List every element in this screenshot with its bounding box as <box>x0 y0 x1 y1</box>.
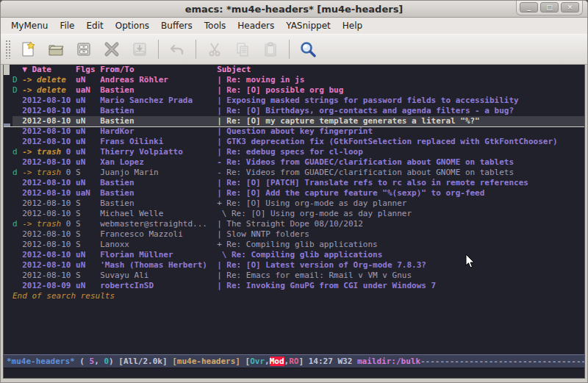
menu-options[interactable]: Options <box>110 19 155 32</box>
from-cell: Bastien <box>100 198 217 209</box>
flags-cell: uN <box>76 147 100 157</box>
flags-cell: S <box>76 240 100 250</box>
copy-icon <box>230 37 255 61</box>
subject-cell: | Re: moving in js <box>217 75 304 85</box>
menu-buffers[interactable]: Buffers <box>155 19 198 32</box>
from-cell: Bastien <box>100 116 217 126</box>
flags-cell: uN <box>76 137 100 147</box>
end-of-results: End of search results <box>12 291 584 301</box>
menu-mymenu[interactable]: MyMenu <box>5 19 54 32</box>
close-button[interactable]: ✕ <box>561 2 579 12</box>
open-folder-icon[interactable] <box>43 37 68 61</box>
subject-cell: | Re: [O] [PATCH] Translate refs to rc a… <box>217 178 528 187</box>
menu-headers[interactable]: Headers <box>232 19 280 32</box>
modeline-segment: ] <box>298 357 308 366</box>
column-date[interactable]: ▼ Date <box>22 65 76 75</box>
date-cell: 2012-08-10 <box>22 250 76 260</box>
from-cell: Andreas Röhler <box>100 75 217 85</box>
subject-cell: | The Straight Dope 08/10/2012 <box>217 219 363 229</box>
modeline-segment: maildir:/bulk <box>357 357 420 366</box>
titlebar[interactable]: emacs: *mu4e-headers* [mu4e-headers] _□✕ <box>1 1 587 18</box>
from-cell: webmaster@straightd... <box>100 219 217 229</box>
flags-cell: uN <box>76 157 100 168</box>
modeline-segment: [ <box>240 357 250 366</box>
flags-cell: S <box>76 198 100 209</box>
date-cell: 2012-08-10 <box>22 106 76 116</box>
from-cell: Lanoxx <box>100 240 217 250</box>
message-row[interactable]: 2012-08-10uN'Mash (Thomas Herbert)| Re: … <box>12 260 584 271</box>
column-flgs[interactable]: Flgs <box>76 65 100 75</box>
menu-edit[interactable]: Edit <box>81 19 110 32</box>
subject-cell: | GTK3 deprecation fix (GtkFontSelection… <box>217 137 558 146</box>
column-from[interactable]: From/To <box>100 65 217 75</box>
toolbar-separator <box>289 40 290 59</box>
message-row[interactable]: 2012-08-10uaNBastien| Re: [O] Add the ca… <box>12 188 584 198</box>
message-row[interactable]: 2012-08-10uNFrans Oilinki| GTK3 deprecat… <box>12 137 584 147</box>
message-row[interactable]: 2012-08-10uNBastien| Re: [O] my capture … <box>12 116 584 126</box>
subject-cell: | Re: [O] my capture template generates … <box>217 116 480 126</box>
menu-help[interactable]: Help <box>337 19 368 32</box>
subject-cell: \ Re: [O] Using org-mode as day planner <box>217 209 412 218</box>
from-cell: Frans Oilinki <box>100 137 217 147</box>
date-cell: 2012-08-10 <box>22 198 76 209</box>
message-row[interactable]: 2012-08-10uNMario Sanchez Prada| Exposin… <box>12 96 584 106</box>
message-row[interactable]: D-> deleteuNAndreas Röhler| Re: moving i… <box>12 75 584 85</box>
header-line: ▼ DateFlgsFrom/ToSubject <box>12 65 584 75</box>
from-cell: Francesco Mazzoli <box>100 229 217 240</box>
mouse-cursor <box>465 254 476 269</box>
subject-cell: | Re: [O] possible org bug <box>217 85 343 95</box>
message-row[interactable]: 2012-08-10SLanoxx+ Re: Compiling glib ap… <box>12 240 584 250</box>
message-row[interactable]: d-> trash 0SJuanjo Marin- Re: Videos fro… <box>12 168 584 178</box>
new-file-icon[interactable] <box>15 37 40 61</box>
message-row[interactable]: 2012-08-10SFrancesco Mazzoli| Slow NNTP … <box>12 229 584 240</box>
message-row[interactable]: 2012-08-10uNBastien| Re: [O] [PATCH] Tra… <box>12 178 584 188</box>
subject-cell: | Re: [O] Birthdays, org-contacts and ag… <box>217 106 514 115</box>
message-row[interactable]: 2012-08-10uNHardKor| Question about key … <box>12 126 584 137</box>
message-row[interactable]: D-> deleteuaNBastien| Re: [O] possible o… <box>12 85 584 96</box>
echo-area[interactable] <box>4 368 584 378</box>
toolbar-grip-handle[interactable] <box>5 40 11 59</box>
cut-icon <box>202 37 227 61</box>
from-cell: Thierry Volpiatto <box>100 147 217 157</box>
message-row[interactable]: 2012-08-10uNBastien| Re: [O] Birthdays, … <box>12 106 584 116</box>
message-row[interactable]: d-> trash 0uNThierry Volpiatto| Re: edeb… <box>12 147 584 157</box>
close-buffer-icon[interactable] <box>99 37 124 61</box>
flags-cell: S <box>76 229 100 240</box>
date-cell: 2012-08-10 <box>22 116 76 126</box>
buffer-text-area[interactable]: ▼ DateFlgsFrom/ToSubject D-> deleteuNAnd… <box>4 65 584 354</box>
save-icon[interactable] <box>71 37 96 61</box>
flags-cell: uN <box>76 106 100 116</box>
scrollbar-thumb[interactable] <box>4 65 10 75</box>
message-row[interactable]: 2012-08-10SSuvayu Ali| Re: Emacs for ema… <box>12 271 584 281</box>
flags-cell: uN <box>76 178 100 188</box>
save-as-icon <box>127 37 152 61</box>
message-row[interactable]: 2012-08-10uNXan Lopez- Re: Videos from G… <box>12 157 584 168</box>
from-cell: Bastien <box>100 188 217 198</box>
from-cell: Florian Müllner <box>100 250 217 260</box>
maximize-button[interactable]: □ <box>540 2 559 12</box>
modeline-segment: Mod <box>270 357 284 366</box>
date-cell: 2012-08-10 <box>22 157 76 168</box>
menu-file[interactable]: File <box>54 19 80 32</box>
message-row[interactable]: 2012-08-10uNFlorian Müllner \ Re: Compil… <box>12 250 584 260</box>
date-cell: 2012-08-10 <box>22 188 76 198</box>
message-row[interactable]: 2012-08-10SBastien+ Re: [O] Using org-mo… <box>12 198 584 209</box>
modeline-segment: [All/2.0k] <box>118 357 172 366</box>
menu-yasnippet[interactable]: YASnippet <box>280 19 337 32</box>
flags-cell: uN <box>76 260 100 271</box>
message-row[interactable]: 2012-08-10SMichael Welle \ Re: [O] Using… <box>12 209 584 219</box>
date-cell: 2012-08-10 <box>22 240 76 250</box>
subject-cell: \ Re: Compiling glib applications <box>217 250 382 259</box>
menu-tools[interactable]: Tools <box>198 19 232 32</box>
date-cell: -> delete <box>22 75 76 85</box>
subject-cell: | Exposing masked strings for password f… <box>217 96 519 105</box>
column-subject[interactable]: Subject <box>217 65 251 74</box>
date-cell: 2012-08-10 <box>22 126 76 137</box>
move-flag: d <box>12 147 22 157</box>
minimize-button[interactable]: _ <box>520 2 538 12</box>
from-cell: Juanjo Marin <box>100 168 217 178</box>
search-icon[interactable] <box>295 37 320 61</box>
message-row[interactable]: d-> trash 0Swebmaster@straightd...| The … <box>12 219 584 229</box>
message-row[interactable]: 2012-08-09uNrobertcInSD| Re: Invoking Gn… <box>12 281 584 291</box>
subject-cell: | Re: Emacs for email: Rmail v VM v Gnus <box>217 271 412 280</box>
